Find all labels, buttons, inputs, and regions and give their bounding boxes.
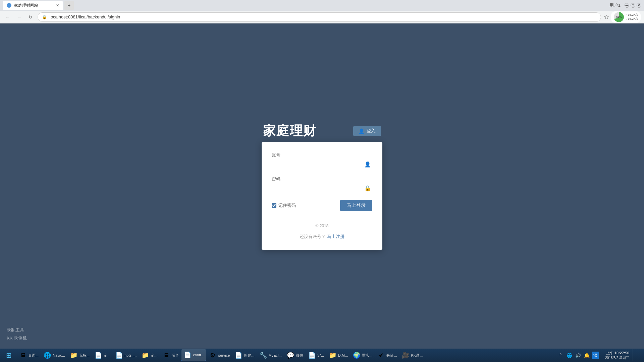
taskbar-icon-service: ⚙ (209, 351, 217, 359)
close-window-button[interactable]: ✕ (637, 3, 641, 8)
reload-button[interactable]: ↻ (26, 13, 35, 21)
toolbar-right: ☆ 68% ↑ 16.2K/s ↓ 16.2K/s (604, 11, 641, 23)
taskbar-label-重庆: 重庆... (362, 353, 372, 358)
taskbar-item-后台[interactable]: 🖥 后台 (160, 349, 181, 361)
taskbar-item-npts[interactable]: 📄 npts_... (113, 349, 139, 361)
taskbar-icon-桌面: 🖥 (19, 351, 27, 359)
login-button[interactable]: 马上登录 (340, 200, 372, 211)
taskbar-label-新建: 新建... (244, 353, 254, 358)
taskbar-item-无标[interactable]: 📁 无标... (68, 349, 92, 361)
header-login-button[interactable]: 👤 登入 (353, 126, 381, 136)
taskbar-icon-npts: 📄 (115, 351, 123, 359)
browser-chrome: 家庭理财网站 ✕ + 用户1 — □ ✕ ← → ↻ 🔒 localhost:8… (0, 0, 644, 23)
taskbar-item-Navic[interactable]: 🌐 Navic... (41, 349, 67, 361)
restore-button[interactable]: □ (631, 3, 635, 8)
taskbar-item-微信[interactable]: 💬 微信 (284, 349, 305, 361)
taskbar-label-KK录: KK录... (411, 353, 423, 358)
taskbar-item-桌面[interactable]: 🖥 桌面... (17, 349, 41, 361)
remember-me-label[interactable]: 记住密码 (272, 202, 296, 208)
remember-checkbox[interactable] (272, 203, 276, 208)
back-button[interactable]: ← (3, 13, 12, 21)
register-button[interactable]: 马上注册 (327, 234, 344, 239)
taskbar-icon-后台: 🖥 (162, 351, 170, 359)
taskbar-label-定...: 定... (104, 353, 110, 358)
tab-title: 家庭理财网站 (14, 3, 38, 8)
watermark: 录制工具 KK 录像机 (7, 326, 27, 342)
account-group: 账号 👤 (272, 152, 372, 169)
tray-battery[interactable]: 🔔 (583, 352, 590, 359)
taskbar-label-定3: 定... (317, 353, 324, 358)
divider (272, 218, 372, 218)
taskbar-item-定3[interactable]: 📄 定... (306, 349, 326, 361)
taskbar-icon-微信: 💬 (286, 351, 294, 359)
system-tray: ^ 🌐 🔊 🔔 汉 (554, 352, 602, 359)
taskbar-item-KK录[interactable]: 🎥 KK录... (399, 349, 425, 361)
taskbar-item-contr[interactable]: 📄 contr... (181, 349, 206, 361)
account-input-wrapper: 👤 (272, 160, 372, 169)
password-input-wrapper: 🔒 (272, 183, 372, 193)
browser-tab[interactable]: 家庭理财网站 ✕ (3, 1, 63, 10)
taskbar-item-验证[interactable]: ✔ 验证... (375, 349, 399, 361)
browser-titlebar: 家庭理财网站 ✕ + 用户1 — □ ✕ (0, 0, 644, 11)
taskbar-icon-D:M: 📁 (329, 351, 337, 359)
forward-button[interactable]: → (15, 13, 23, 21)
tab-close-button[interactable]: ✕ (56, 3, 59, 8)
browser-toolbar: ← → ↻ 🔒 localhost:8081/licai/backendui/s… (0, 11, 644, 23)
tray-network[interactable]: 🌐 (566, 352, 573, 359)
taskbar-label-后台: 后台 (171, 353, 179, 358)
taskbar-label-D:M: D:M... (338, 353, 348, 357)
register-link: 还没有账号？ 马上注册 (272, 234, 372, 240)
show-desktop-button[interactable] (633, 349, 643, 361)
account-input[interactable] (272, 160, 372, 169)
tray-volume[interactable]: 🔊 (574, 352, 582, 359)
password-label: 密码 (272, 176, 372, 182)
bookmark-button[interactable]: ☆ (604, 13, 609, 21)
taskbar-icon-定2: 📁 (141, 351, 149, 359)
window-controls: 用户1 — □ ✕ (607, 2, 641, 8)
taskbar-label-npts: npts_... (124, 353, 137, 357)
taskbar-clock[interactable]: 上午 10:27:50 2018/5/2 星期三 (602, 351, 632, 360)
person-icon: 👤 (359, 128, 364, 134)
form-footer: 记住密码 马上登录 (272, 200, 372, 211)
taskbar-label-验证: 验证... (386, 353, 397, 358)
site-title: 家庭理财 (263, 122, 317, 139)
perf-speeds: ↑ 16.2K/s ↓ 16.2K/s (625, 13, 638, 21)
tray-ime[interactable]: 汉 (592, 352, 599, 359)
clock-date: 2018/5/2 星期三 (605, 356, 629, 360)
perf-circle: 68% (614, 12, 624, 22)
taskbar-item-MyEcl[interactable]: 🔧 MyEcl... (257, 349, 284, 361)
tray-expand[interactable]: ^ (557, 352, 564, 359)
user-account[interactable]: 用户1 (607, 2, 623, 8)
login-header: 家庭理财 👤 登入 (262, 122, 382, 142)
taskbar-label-service: service (218, 353, 230, 357)
minimize-button[interactable]: — (625, 3, 629, 8)
login-card: 账号 👤 密码 🔒 记住密码 马上登录 (262, 142, 382, 250)
taskbar-icon-contr: 📄 (183, 351, 192, 359)
page-content: 家庭理财 👤 登入 账号 👤 密码 🔒 (0, 23, 644, 349)
taskbar-item-定...[interactable]: 📄 定... (92, 349, 112, 361)
taskbar-label-定2: 定... (151, 353, 157, 358)
password-group: 密码 🔒 (272, 176, 372, 193)
account-label: 账号 (272, 152, 372, 158)
taskbar-item-定2[interactable]: 📁 定... (139, 349, 159, 361)
taskbar-icon-定...: 📄 (94, 351, 102, 359)
taskbar-item-新建[interactable]: 📄 新建... (232, 349, 256, 361)
performance-widget[interactable]: 68% ↑ 16.2K/s ↓ 16.2K/s (611, 11, 641, 23)
new-tab-button[interactable]: + (64, 1, 74, 10)
taskbar-label-contr: contr... (193, 353, 204, 357)
password-input[interactable] (272, 183, 372, 193)
url-bar[interactable]: 🔒 localhost:8081/licai/backendui/signin (38, 12, 601, 22)
copyright: © 2018 (272, 224, 372, 228)
taskbar-icon-无标: 📁 (70, 351, 78, 359)
taskbar-icon-MyEcl: 🔧 (259, 351, 267, 359)
taskbar-icon-验证: ✔ (377, 351, 385, 359)
taskbar-item-service[interactable]: ⚙ service (207, 349, 232, 361)
taskbar-item-D:M[interactable]: 📁 D:M... (327, 349, 350, 361)
taskbar-label-Navic: Navic... (53, 353, 65, 357)
clock-time: 上午 10:27:50 (606, 351, 629, 356)
start-button[interactable]: ⊞ (1, 349, 16, 361)
taskbar-label-桌面: 桌面... (28, 353, 39, 358)
taskbar-item-重庆[interactable]: 🌍 重庆... (351, 349, 374, 361)
taskbar-label-微信: 微信 (296, 353, 303, 358)
tab-favicon (7, 3, 11, 8)
